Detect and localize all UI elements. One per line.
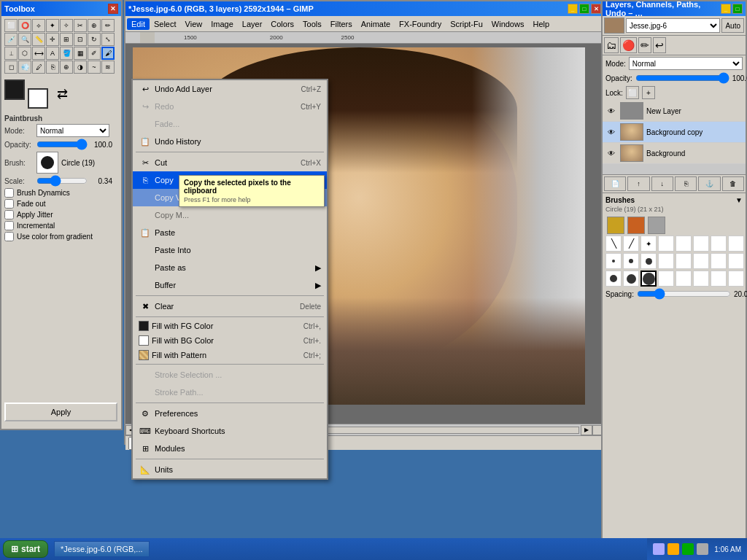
tool-color-picker[interactable]: 💉 xyxy=(4,33,18,46)
menu-item-redo[interactable]: ↪ Redo Ctrl+Y xyxy=(133,98,327,115)
raise-layer-button[interactable]: ↑ xyxy=(627,176,649,191)
layer-visibility-new-layer[interactable]: 👁 xyxy=(605,105,617,117)
tool-measure[interactable]: 📏 xyxy=(32,33,45,46)
menu-item-fade[interactable]: Fade... xyxy=(133,115,327,133)
menu-edit[interactable]: Edit xyxy=(127,18,150,30)
brush-cell-15[interactable] xyxy=(711,253,727,269)
tool-bucket-fill[interactable]: 🪣 xyxy=(60,47,73,60)
brush-cell-17[interactable] xyxy=(605,271,622,287)
brush-cell-12[interactable] xyxy=(658,253,674,269)
menu-item-undo-add-layer[interactable]: ↩ Undo Add Layer Ctrl+Z xyxy=(133,80,327,98)
duplicate-layer-button[interactable]: ⎘ xyxy=(675,176,697,191)
anchor-layer-button[interactable]: ⚓ xyxy=(698,176,720,191)
layer-item-background-copy[interactable]: 👁 Background copy xyxy=(603,122,746,143)
tool-eraser[interactable]: ◻ xyxy=(4,61,18,74)
tool-airbrush[interactable]: 💨 xyxy=(18,61,31,74)
brush-cell-22[interactable] xyxy=(693,271,709,287)
brush-cell-7[interactable] xyxy=(711,236,727,252)
brush-cell-9[interactable] xyxy=(605,253,622,269)
current-image-select[interactable]: Jesse.jpg-6 xyxy=(626,18,720,33)
tool-dodge-burn[interactable]: ◑ xyxy=(74,61,87,74)
brush-cell-23[interactable] xyxy=(711,271,727,287)
brush-cell-19[interactable] xyxy=(640,271,657,287)
menu-item-keyboard-shortcuts[interactable]: ⌨ Keyboard Shortcuts xyxy=(133,422,327,440)
tool-rect-select[interactable]: ⬜ xyxy=(4,19,18,32)
layers-maximize-button[interactable]: □ xyxy=(732,4,743,14)
tool-heal[interactable]: ⊕ xyxy=(60,61,73,74)
tool-convolve[interactable]: ≋ xyxy=(101,61,115,74)
brush-cell-20[interactable] xyxy=(658,271,674,287)
tool-shear[interactable]: ⟂ xyxy=(4,47,18,60)
menu-item-modules[interactable]: ⊞ Modules xyxy=(133,440,327,457)
menu-windows[interactable]: Windows xyxy=(487,18,529,30)
auto-button[interactable]: Auto xyxy=(721,18,744,33)
menu-item-paste-as[interactable]: Paste as ▶ xyxy=(133,259,327,276)
tab-channels-icon[interactable]: 🔴 xyxy=(620,37,637,53)
brush-color-chip-2[interactable] xyxy=(627,217,645,234)
spacing-slider[interactable] xyxy=(637,289,731,298)
taskbar-item-gimp[interactable]: *Jesse.jpg-6.0 (RGB,... xyxy=(54,541,150,557)
menu-item-undo-history[interactable]: 📋 Undo History xyxy=(133,133,327,150)
tool-perspective[interactable]: ⬡ xyxy=(18,47,31,60)
tool-scissors[interactable]: ✂ xyxy=(74,19,87,32)
menu-select[interactable]: Select xyxy=(150,18,181,30)
menu-item-paste[interactable]: 📋 Paste xyxy=(133,224,327,241)
brush-preview[interactable] xyxy=(36,152,58,174)
tool-ellipse-select[interactable]: ⭕ xyxy=(18,19,31,32)
tool-crop[interactable]: ⊡ xyxy=(74,33,87,46)
gimp-maximize-button[interactable]: □ xyxy=(579,4,589,14)
menu-image[interactable]: Image xyxy=(206,18,238,30)
tool-ink[interactable]: 🖊 xyxy=(32,61,45,74)
menu-item-fill-pattern[interactable]: Fill with Pattern Ctrl+; xyxy=(133,348,327,362)
menu-item-preferences[interactable]: ⚙ Preferences xyxy=(133,405,327,422)
tool-pencil[interactable]: ✐ xyxy=(88,47,101,60)
tool-fuzzy-select[interactable]: ✦ xyxy=(46,19,59,32)
tool-smudge[interactable]: ~ xyxy=(88,61,101,74)
menu-layer[interactable]: Layer xyxy=(238,18,267,30)
tool-paths[interactable]: ✏ xyxy=(101,19,115,32)
tool-scale[interactable]: ⤡ xyxy=(101,33,115,46)
menu-fx-foundry[interactable]: FX-Foundry xyxy=(395,18,446,30)
brush-cell-3[interactable]: ✦ xyxy=(640,236,657,252)
tab-layers-icon[interactable]: 🗂 xyxy=(604,37,619,53)
lower-layer-button[interactable]: ↓ xyxy=(651,176,673,191)
menu-colors[interactable]: Colors xyxy=(266,18,298,30)
tool-clone[interactable]: ⎘ xyxy=(46,61,59,74)
tool-align[interactable]: ⊞ xyxy=(60,33,73,46)
brush-cell-1[interactable]: ╲ xyxy=(605,236,622,252)
tool-free-select[interactable]: ⟡ xyxy=(32,19,45,32)
incremental-check[interactable] xyxy=(4,221,14,230)
brush-cell-10[interactable] xyxy=(623,253,639,269)
layers-scrollbar[interactable] xyxy=(603,164,746,174)
apply-button[interactable]: Apply xyxy=(4,402,117,421)
tool-paintbrush[interactable]: 🖌 xyxy=(101,47,115,60)
new-layer-action-button[interactable]: 📄 xyxy=(604,176,626,191)
tool-by-color-select[interactable]: ✧ xyxy=(60,19,73,32)
mode-select[interactable]: Normal xyxy=(36,124,109,137)
menu-item-copy-merged[interactable]: Copy M... xyxy=(133,206,327,224)
fg-color-chip[interactable] xyxy=(4,79,25,100)
menu-item-fill-fg[interactable]: Fill with FG Color Ctrl+, xyxy=(133,319,327,333)
brush-dynamics-check[interactable] xyxy=(4,188,14,198)
toolbox-close-button[interactable]: ✕ xyxy=(108,4,118,14)
layer-opacity-slider[interactable] xyxy=(635,73,729,83)
tool-zoom[interactable]: 🔍 xyxy=(18,33,31,46)
tool-rotate[interactable]: ↻ xyxy=(88,33,101,46)
brush-cell-13[interactable] xyxy=(676,253,692,269)
brush-cell-4[interactable] xyxy=(658,236,674,252)
lock-position-button[interactable]: + xyxy=(642,86,655,99)
menu-view[interactable]: View xyxy=(181,18,207,30)
menu-filters[interactable]: Filters xyxy=(326,18,357,30)
brush-cell-14[interactable] xyxy=(693,253,709,269)
menu-item-stroke-selection[interactable]: Stroke Selection ... xyxy=(133,366,327,384)
menu-tools[interactable]: Tools xyxy=(298,18,326,30)
tool-flip[interactable]: ⟷ xyxy=(32,47,45,60)
menu-item-clear[interactable]: ✖ Clear Delete xyxy=(133,298,327,315)
brush-cell-6[interactable] xyxy=(693,236,709,252)
menu-animate[interactable]: Animate xyxy=(357,18,395,30)
layer-mode-select[interactable]: Normal xyxy=(629,57,743,70)
menu-item-fill-bg[interactable]: Fill with BG Color Ctrl+. xyxy=(133,333,327,348)
bg-color-chip[interactable] xyxy=(28,88,48,109)
hscroll-right-button[interactable]: ▶ xyxy=(581,425,592,435)
gimp-close-button[interactable]: ✕ xyxy=(591,4,601,14)
